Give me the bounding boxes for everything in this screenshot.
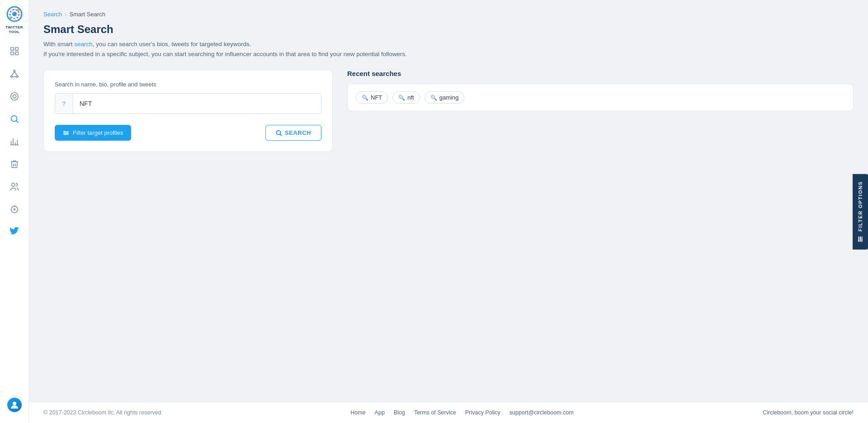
user-avatar[interactable] bbox=[7, 398, 22, 412]
search-actions: Filter target profiles SEARCH bbox=[55, 125, 321, 141]
recent-tag-gaming[interactable]: 🔍 gaming bbox=[425, 91, 465, 104]
svg-line-18 bbox=[16, 121, 18, 123]
logo[interactable] bbox=[6, 5, 23, 24]
breadcrumb-current: Smart Search bbox=[70, 11, 105, 18]
sidebar-nav bbox=[0, 41, 28, 398]
footer-link-home[interactable]: Home bbox=[350, 409, 365, 416]
svg-point-24 bbox=[11, 183, 14, 186]
svg-point-2 bbox=[12, 12, 17, 16]
svg-point-16 bbox=[13, 95, 16, 98]
svg-point-11 bbox=[16, 76, 18, 78]
recent-tag-search-icon-2: 🔍 bbox=[398, 95, 405, 101]
svg-rect-8 bbox=[15, 52, 18, 55]
recent-searches-title: Recent searches bbox=[347, 70, 854, 77]
svg-point-27 bbox=[14, 209, 15, 210]
recent-tag-search-icon-1: 🔍 bbox=[362, 95, 368, 101]
filter-btn-label: Filter target profiles bbox=[73, 129, 123, 136]
search-panel: Search in name, bio, profile and tweets … bbox=[43, 70, 333, 152]
sidebar-item-dashboard[interactable] bbox=[5, 41, 24, 61]
svg-point-33 bbox=[66, 132, 68, 133]
page-desc-line1: With smart search, you can search user's… bbox=[43, 39, 854, 49]
breadcrumb: Search › Smart Search bbox=[43, 11, 854, 18]
page-title: Smart Search bbox=[43, 23, 854, 36]
svg-point-35 bbox=[277, 130, 281, 134]
sidebar-item-analytics[interactable] bbox=[5, 132, 24, 152]
footer-links: Home App Blog Terms of Service Privacy P… bbox=[350, 409, 573, 416]
search-icon bbox=[276, 130, 282, 136]
highlight-search: search bbox=[74, 41, 93, 48]
recent-tag-nft-upper[interactable]: 🔍 NFT bbox=[356, 91, 388, 104]
main-content: Search › Smart Search Smart Search With … bbox=[29, 0, 868, 423]
footer: © 2017-2023 Circleboom llc. All rights r… bbox=[29, 402, 868, 423]
sidebar-item-twitter[interactable] bbox=[5, 222, 24, 242]
filter-icon bbox=[63, 130, 69, 136]
svg-point-15 bbox=[10, 93, 18, 100]
sidebar-item-search[interactable] bbox=[5, 109, 24, 129]
footer-tagline: Circleboom, boom your social circle! bbox=[763, 409, 854, 416]
app-name-label: TWITTERTOOL bbox=[5, 25, 23, 34]
sidebar-bottom bbox=[7, 398, 22, 418]
sidebar-item-cleanup[interactable] bbox=[5, 154, 24, 174]
recent-tag-label-3: gaming bbox=[439, 94, 459, 101]
recent-searches-box: 🔍 NFT 🔍 nft 🔍 gaming bbox=[347, 84, 854, 111]
svg-line-12 bbox=[11, 72, 14, 76]
recent-tag-label-2: nft bbox=[407, 94, 414, 101]
search-btn-label: SEARCH bbox=[285, 129, 311, 136]
footer-link-support[interactable]: support@circleboom.com bbox=[509, 409, 574, 416]
svg-point-4 bbox=[9, 17, 12, 19]
breadcrumb-search-link[interactable]: Search bbox=[43, 11, 62, 18]
svg-rect-7 bbox=[10, 52, 13, 55]
svg-point-28 bbox=[13, 402, 16, 405]
recent-tag-label-1: NFT bbox=[371, 94, 382, 101]
footer-link-blog[interactable]: Blog bbox=[394, 409, 405, 416]
footer-link-app[interactable]: App bbox=[375, 409, 385, 416]
page-description: With smart search, you can search user's… bbox=[43, 39, 854, 59]
sidebar: TWITTERTOOL bbox=[0, 0, 29, 423]
search-input-question-icon: ? bbox=[55, 94, 73, 114]
breadcrumb-separator: › bbox=[65, 11, 66, 18]
svg-point-10 bbox=[10, 76, 12, 78]
filter-options-tab[interactable]: FILTER OPTIONS bbox=[853, 174, 868, 249]
search-panel-label: Search in name, bio, profile and tweets bbox=[55, 81, 321, 88]
filter-options-label: FILTER OPTIONS bbox=[858, 181, 863, 231]
recent-searches-panel: Recent searches 🔍 NFT 🔍 nft 🔍 gaming bbox=[347, 70, 854, 111]
footer-link-tos[interactable]: Terms of Service bbox=[414, 409, 456, 416]
svg-line-13 bbox=[14, 72, 17, 76]
sidebar-item-boost[interactable] bbox=[5, 200, 24, 219]
svg-point-32 bbox=[64, 131, 66, 132]
search-text-input[interactable] bbox=[73, 94, 321, 114]
sidebar-item-network[interactable] bbox=[5, 64, 24, 84]
svg-point-3 bbox=[17, 9, 19, 12]
svg-line-36 bbox=[280, 134, 282, 136]
search-input-row: ? bbox=[55, 93, 321, 114]
svg-point-17 bbox=[11, 116, 17, 122]
recent-tag-search-icon-3: 🔍 bbox=[430, 95, 437, 101]
svg-rect-6 bbox=[15, 48, 18, 50]
filter-target-profiles-button[interactable]: Filter target profiles bbox=[55, 125, 131, 141]
page-content: Search › Smart Search Smart Search With … bbox=[29, 0, 868, 402]
search-button[interactable]: SEARCH bbox=[265, 125, 321, 141]
search-layout: Search in name, bio, profile and tweets … bbox=[43, 70, 854, 152]
footer-link-privacy[interactable]: Privacy Policy bbox=[465, 409, 500, 416]
sidebar-item-circle[interactable] bbox=[5, 86, 24, 106]
svg-rect-5 bbox=[10, 48, 13, 50]
recent-tag-nft-lower[interactable]: 🔍 nft bbox=[392, 91, 420, 104]
footer-copyright: © 2017-2023 Circleboom llc. All rights r… bbox=[43, 409, 161, 416]
svg-point-34 bbox=[65, 133, 66, 135]
filter-options-icon bbox=[857, 236, 863, 242]
page-desc-line2: If you're interested in a specific subje… bbox=[43, 49, 854, 59]
sidebar-item-users[interactable] bbox=[5, 177, 24, 197]
svg-point-9 bbox=[14, 70, 15, 72]
